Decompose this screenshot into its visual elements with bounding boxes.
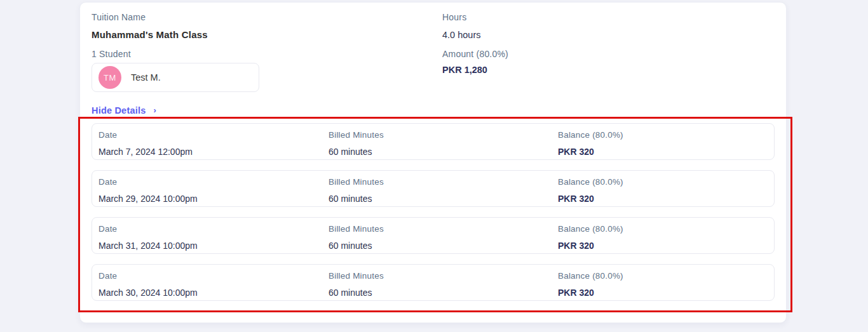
date-cell: Date March 31, 2024 10:00pm — [98, 223, 329, 253]
billed-minutes-label: Billed Minutes — [329, 270, 558, 282]
date-value: March 7, 2024 12:00pm — [98, 146, 329, 157]
tuition-summary-card: Tuition Name Muhammad's Math Class 1 Stu… — [79, 2, 787, 323]
date-label: Date — [98, 270, 329, 282]
date-label: Date — [98, 223, 329, 235]
balance-value: PKR 320 — [558, 193, 774, 204]
balance-cell: Balance (80.0%) PKR 320 — [558, 223, 774, 253]
amount-value: PKR 1,280 — [442, 63, 775, 76]
billed-minutes-value: 60 minutes — [329, 193, 558, 204]
balance-label: Balance (80.0%) — [558, 176, 774, 188]
balance-label: Balance (80.0%) — [558, 270, 774, 282]
session-row: Date March 30, 2024 10:00pm Billed Minut… — [92, 264, 775, 301]
chevron-right-icon: › — [153, 106, 156, 115]
student-chip[interactable]: TM Test M. — [92, 63, 259, 92]
billed-minutes-label: Billed Minutes — [329, 176, 558, 188]
hours-value: 4.0 hours — [442, 28, 775, 42]
amount-label: Amount (80.0%) — [442, 48, 775, 60]
date-value: March 31, 2024 10:00pm — [98, 240, 329, 251]
billed-minutes-value: 60 minutes — [329, 287, 558, 298]
summary-left-column: Tuition Name Muhammad's Math Class 1 Stu… — [92, 11, 442, 92]
billed-minutes-cell: Billed Minutes 60 minutes — [329, 223, 558, 253]
date-cell: Date March 30, 2024 10:00pm — [98, 270, 329, 300]
session-row: Date March 31, 2024 10:00pm Billed Minut… — [92, 217, 775, 254]
date-label: Date — [98, 129, 329, 141]
billed-minutes-cell: Billed Minutes 60 minutes — [329, 270, 558, 300]
student-name: Test M. — [131, 72, 161, 83]
balance-cell: Balance (80.0%) PKR 320 — [558, 270, 774, 300]
session-details-list: Date March 7, 2024 12:00pm Billed Minute… — [92, 123, 775, 301]
hours-label: Hours — [442, 11, 775, 23]
balance-value: PKR 320 — [558, 146, 774, 157]
summary-section: Tuition Name Muhammad's Math Class 1 Stu… — [92, 11, 775, 92]
balance-cell: Balance (80.0%) PKR 320 — [558, 176, 774, 206]
billed-minutes-value: 60 minutes — [329, 146, 558, 157]
session-row: Date March 7, 2024 12:00pm Billed Minute… — [92, 123, 775, 160]
balance-label: Balance (80.0%) — [558, 129, 774, 141]
hide-details-toggle[interactable]: Hide Details › — [92, 105, 156, 116]
students-count-label: 1 Student — [92, 48, 442, 60]
billed-minutes-label: Billed Minutes — [329, 129, 558, 141]
date-value: March 30, 2024 10:00pm — [98, 287, 329, 298]
summary-right-column: Hours 4.0 hours Amount (80.0%) PKR 1,280 — [442, 11, 775, 92]
date-cell: Date March 7, 2024 12:00pm — [98, 129, 329, 159]
balance-label: Balance (80.0%) — [558, 223, 774, 235]
tuition-name-value: Muhammad's Math Class — [92, 28, 442, 42]
session-row: Date March 29, 2024 10:00pm Billed Minut… — [92, 170, 775, 207]
date-value: March 29, 2024 10:00pm — [98, 193, 329, 204]
balance-cell: Balance (80.0%) PKR 320 — [558, 129, 774, 159]
date-cell: Date March 29, 2024 10:00pm — [98, 176, 329, 206]
balance-value: PKR 320 — [558, 240, 774, 251]
billed-minutes-cell: Billed Minutes 60 minutes — [329, 129, 558, 159]
student-avatar: TM — [98, 66, 121, 89]
date-label: Date — [98, 176, 329, 188]
billed-minutes-label: Billed Minutes — [329, 223, 558, 235]
billed-minutes-cell: Billed Minutes 60 minutes — [329, 176, 558, 206]
hide-details-label: Hide Details — [92, 105, 146, 116]
billed-minutes-value: 60 minutes — [329, 240, 558, 251]
tuition-name-label: Tuition Name — [92, 11, 442, 23]
balance-value: PKR 320 — [558, 287, 774, 298]
